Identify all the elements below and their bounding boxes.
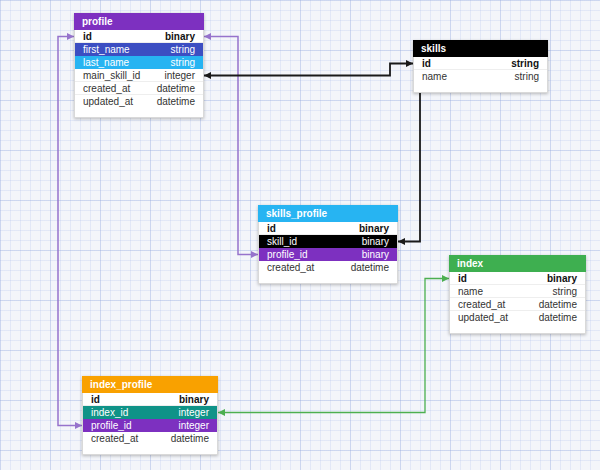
table-title: index — [457, 258, 483, 269]
table-row-created_at[interactable]: created_at datetime — [83, 432, 217, 445]
field-name: created_at — [83, 83, 130, 94]
field-type: binary — [362, 236, 389, 247]
field-type: string — [553, 286, 577, 297]
field-name: id — [83, 31, 92, 42]
table-title: skills_profile — [266, 208, 327, 219]
table-row-id[interactable]: id binary — [450, 272, 585, 285]
field-type: binary — [165, 31, 195, 42]
table-index_profile-body: id binary index_id integer profile_id in… — [82, 393, 218, 455]
table-profile-header[interactable]: profile — [74, 13, 204, 30]
table-row-id[interactable]: id string — [414, 57, 547, 70]
field-type: datetime — [351, 262, 389, 273]
table-skills_profile-body: id binary skill_id binary profile_id bin… — [258, 222, 398, 284]
diagram-canvas[interactable]: profile id binary first_name string last… — [0, 0, 600, 470]
field-type: string — [171, 57, 195, 68]
table-row-profile_id[interactable]: profile_id binary — [259, 248, 397, 261]
field-name: main_skill_id — [83, 70, 140, 81]
field-name: index_id — [91, 407, 128, 418]
table-skills-body: id string name string — [413, 57, 548, 93]
field-type: integer — [178, 420, 209, 431]
field-name: last_name — [83, 57, 129, 68]
table-row-name[interactable]: name string — [414, 70, 547, 83]
table-row-created_at[interactable]: created_at datetime — [259, 261, 397, 274]
field-name: created_at — [267, 262, 314, 273]
field-type: binary — [179, 394, 209, 405]
table-skills[interactable]: skills id string name string — [413, 40, 548, 93]
table-index[interactable]: index id binary name string created_at d… — [449, 255, 586, 334]
table-row-main_skill_id[interactable]: main_skill_id integer — [75, 69, 203, 82]
field-name: created_at — [458, 299, 505, 310]
table-row-id[interactable]: id binary — [259, 222, 397, 235]
field-name: id — [91, 394, 100, 405]
table-row-created_at[interactable]: created_at datetime — [450, 298, 585, 311]
table-profile[interactable]: profile id binary first_name string last… — [74, 13, 204, 118]
field-name: updated_at — [83, 96, 133, 107]
table-title: skills — [421, 43, 446, 54]
table-row-id[interactable]: id binary — [83, 393, 217, 406]
field-name: skill_id — [267, 236, 297, 247]
field-name: first_name — [83, 44, 130, 55]
table-index_profile-header[interactable]: index_profile — [82, 376, 218, 393]
field-name: profile_id — [91, 420, 132, 431]
table-row-skill_id[interactable]: skill_id binary — [259, 235, 397, 248]
table-row-index_id[interactable]: index_id integer — [83, 406, 217, 419]
table-skills_profile-header[interactable]: skills_profile — [258, 205, 398, 222]
field-type: integer — [178, 407, 209, 418]
field-type: datetime — [157, 83, 195, 94]
field-type: string — [171, 44, 195, 55]
field-type: string — [515, 71, 539, 82]
field-name: updated_at — [458, 312, 508, 323]
field-type: binary — [359, 223, 389, 234]
field-name: name — [422, 71, 447, 82]
field-name: profile_id — [267, 249, 308, 260]
table-row-name[interactable]: name string — [450, 285, 585, 298]
table-index-body: id binary name string created_at datetim… — [449, 272, 586, 334]
field-type: string — [511, 58, 539, 69]
field-type: binary — [547, 273, 577, 284]
table-row-first_name[interactable]: first_name string — [75, 43, 203, 56]
field-name: id — [458, 273, 467, 284]
connection-index_profile-index[interactable] — [218, 275, 449, 416]
field-type: datetime — [539, 312, 577, 323]
table-skills_profile[interactable]: skills_profile id binary skill_id binary… — [258, 205, 398, 284]
field-name: name — [458, 286, 483, 297]
table-row-created_at[interactable]: created_at datetime — [75, 82, 203, 95]
field-type: datetime — [157, 96, 195, 107]
connection-skills-skills_profile[interactable] — [398, 93, 420, 245]
table-index-header[interactable]: index — [449, 255, 586, 272]
table-index_profile[interactable]: index_profile id binary index_id integer… — [82, 376, 218, 455]
table-row-profile_id[interactable]: profile_id integer — [83, 419, 217, 432]
table-row-updated_at[interactable]: updated_at datetime — [450, 311, 585, 324]
field-type: datetime — [171, 433, 209, 444]
field-name: created_at — [91, 433, 138, 444]
table-profile-body: id binary first_name string last_name st… — [74, 30, 204, 118]
table-row-last_name[interactable]: last_name string — [75, 56, 203, 69]
table-row-id[interactable]: id binary — [75, 30, 203, 43]
table-title: index_profile — [90, 379, 152, 390]
table-row-updated_at[interactable]: updated_at datetime — [75, 95, 203, 108]
field-type: integer — [164, 70, 195, 81]
table-title: profile — [82, 16, 113, 27]
field-type: binary — [362, 249, 389, 260]
table-skills-header[interactable]: skills — [413, 40, 548, 57]
field-name: id — [422, 58, 431, 69]
connection-skills_profile-profile[interactable] — [204, 33, 258, 258]
field-type: datetime — [539, 299, 577, 310]
field-name: id — [267, 223, 276, 234]
